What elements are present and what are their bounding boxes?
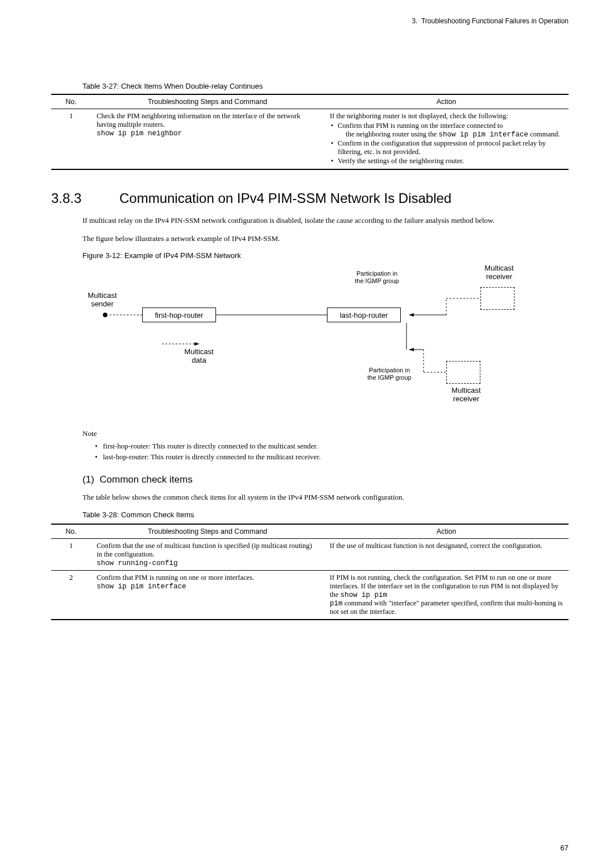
table-328-caption: Table 3-28: Common Check Items — [82, 510, 569, 519]
cell-action: If the neighboring router is not display… — [324, 109, 569, 170]
table-row: 1 Confirm that the use of multicast func… — [51, 538, 569, 570]
th-steps: Troubleshooting Steps and Command — [91, 524, 324, 539]
table-327-caption: Table 3-27: Check Items When Double-rela… — [82, 82, 569, 90]
cell-no: 2 — [51, 570, 91, 620]
label-mc-data: Multicastdata — [173, 348, 225, 365]
section-num: 3.8.3 — [51, 190, 119, 206]
chapter-title: Troubleshooting Functional Failures in O… — [421, 17, 569, 25]
th-action: Action — [324, 524, 569, 539]
sub-p: The table below shows the common check i… — [82, 492, 569, 502]
receiver-box-bot — [446, 361, 480, 384]
note-item: last-hop-router: This router is directly… — [95, 452, 569, 462]
th-action: Action — [324, 94, 569, 109]
section-title: Communication on IPv4 PIM-SSM Network Is… — [119, 190, 451, 206]
note-item: first-hop-router: This router is directl… — [95, 442, 569, 451]
cell-action: If PIM is not running, check the configu… — [324, 570, 569, 620]
label-mc-receiver-bot: Multicastreceiver — [441, 387, 492, 404]
label-part-igmp-top: Participation inthe IGMP group — [343, 270, 411, 284]
page-number: 67 — [561, 844, 569, 852]
cell-steps: Confirm that the use of multicast functi… — [91, 538, 324, 570]
th-no: No. — [51, 524, 91, 539]
note-list: first-hop-router: This router is directl… — [82, 442, 569, 462]
sub-num: (1) — [82, 474, 94, 485]
cell-no: 1 — [51, 109, 91, 170]
subsection-heading: (1) Common check items — [82, 474, 569, 485]
first-hop-router-box: first-hop-router — [142, 308, 216, 322]
table-row: 1 Check the PIM neighboring information … — [51, 109, 569, 170]
chapter-num: 3. — [412, 17, 418, 25]
label-mc-sender: Multicastsender — [80, 292, 125, 309]
note-head: Note — [82, 429, 569, 438]
section-p2: The figure below illustrates a network e… — [82, 234, 569, 244]
svg-point-10 — [103, 313, 107, 317]
cell-action: If the use of multicast function is not … — [324, 538, 569, 570]
cell-steps: Confirm that PIM is running on one or mo… — [91, 570, 324, 620]
table-328: No. Troubleshooting Steps and Command Ac… — [51, 524, 569, 620]
cell-no: 1 — [51, 538, 91, 570]
table-327: No. Troubleshooting Steps and Command Ac… — [51, 94, 569, 170]
receiver-box-top — [480, 287, 515, 310]
page-header: 3. Troubleshooting Functional Failures i… — [51, 17, 569, 25]
label-mc-receiver-top: Multicastreceiver — [474, 264, 525, 281]
cell-steps: Check the PIM neighboring information on… — [91, 109, 324, 170]
label-part-igmp-bot: Participation inthe IGMP group — [355, 367, 424, 381]
th-no: No. — [51, 94, 91, 109]
section-heading: 3.8.3Communication on IPv4 PIM-SSM Netwo… — [51, 190, 569, 206]
sub-title: Common check items — [99, 474, 192, 485]
figure-caption: Figure 3-12: Example of IPv4 PIM-SSM Net… — [82, 251, 569, 260]
table-row: 2 Confirm that PIM is running on one or … — [51, 570, 569, 620]
last-hop-router-box: last-hop-router — [327, 308, 401, 322]
section-p1: If multicast relay on the IPv4 PIN-SSM n… — [82, 215, 569, 226]
network-diagram: Multicastsender first-hop-router last-ho… — [82, 264, 549, 412]
th-steps: Troubleshooting Steps and Command — [91, 94, 324, 109]
